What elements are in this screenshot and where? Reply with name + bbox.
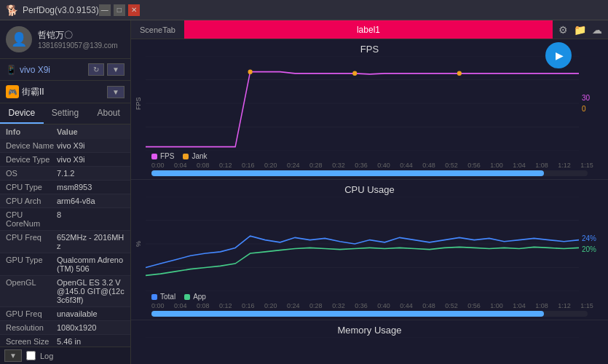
scene-tabbar: SceneTab label1 ⚙ 📁 ☁	[131, 20, 608, 39]
sidebar-tabs: Device Setting About	[0, 103, 130, 124]
app-dropdown-button[interactable]: ▼	[107, 86, 125, 98]
info-value: 652MHz - 2016MHz	[57, 233, 125, 250]
info-row: CPU Freq652MHz - 2016MHz	[0, 231, 130, 253]
user-name: 哲铠万〇	[38, 29, 118, 41]
info-key: GPU Freq	[6, 309, 57, 318]
fps-scroll-thumb	[151, 170, 544, 176]
info-row: Screen Size5.46 in	[0, 335, 130, 347]
fps-legend-jank: Jank	[183, 152, 207, 160]
avatar: 👤	[6, 26, 32, 52]
info-row: CPU Archarm64-v8a	[0, 194, 130, 208]
device-section: 📱 vivo X9i ↻ ▼	[0, 59, 130, 81]
cpu-total-label: 24%	[582, 234, 605, 242]
fps-legend: FPS Jank	[131, 151, 608, 162]
info-value: 8	[57, 210, 61, 228]
charts-area: FPS FPS	[131, 39, 608, 364]
info-row: Device Namevivo X9i	[0, 139, 130, 153]
info-table-header: Info Value	[0, 124, 130, 139]
info-value: 7.1.2	[57, 169, 74, 178]
cpu-scrollbar[interactable]	[151, 311, 588, 317]
cloud-icon[interactable]: ☁	[592, 24, 602, 36]
main-layout: 👤 哲铠万〇 13816919057@139.com 📱 vivo X9i ↻ …	[0, 20, 608, 364]
info-value: unavailable	[57, 309, 98, 318]
cpu-x-axis: 0:000:040:080:120:16 0:200:240:280:320:3…	[131, 302, 608, 311]
info-key: OS	[6, 169, 57, 178]
info-row: Resolution1080x1920	[0, 321, 130, 335]
info-row: GPU TypeQualcomm Adreno (TM) 506	[0, 253, 130, 276]
cpu-legend: Total App	[131, 291, 608, 302]
info-value: Qualcomm Adreno (TM) 506	[57, 256, 125, 273]
memory-svg-wrap	[146, 337, 579, 364]
info-key: CPU Arch	[6, 197, 57, 205]
folder-icon[interactable]: 📁	[574, 24, 586, 36]
app-icon-title: 🐕	[6, 4, 18, 16]
memory-y-label: MB	[131, 337, 146, 364]
label1-tab[interactable]: label1	[184, 20, 553, 39]
info-value: arm64-v8a	[57, 197, 95, 205]
device-dropdown-button[interactable]: ▼	[107, 63, 125, 76]
titlebar-controls: — □ ✕	[99, 4, 140, 16]
tab-setting[interactable]: Setting	[44, 103, 87, 124]
device-info-table: Info Value Device Namevivo X9iDevice Typ…	[0, 124, 130, 347]
minimize-button[interactable]: —	[99, 4, 111, 16]
play-button[interactable]	[545, 42, 572, 68]
close-button[interactable]: ✕	[128, 4, 140, 16]
cpu-svg	[146, 197, 579, 291]
log-checkbox[interactable]	[26, 351, 36, 360]
tab-about[interactable]: About	[87, 103, 130, 124]
tab-device[interactable]: Device	[0, 103, 44, 124]
svg-point-6	[352, 71, 357, 76]
svg-point-7	[457, 71, 462, 76]
memory-chart: Memory Usage MB	[131, 320, 608, 364]
info-row: Device Typevivo X9i	[0, 153, 130, 167]
fps-y-label: FPS	[131, 56, 146, 151]
fps-right-labels: 30 0	[579, 56, 608, 151]
info-value: vivo X9i	[57, 155, 85, 164]
memory-svg	[146, 337, 579, 364]
fps-scrollbar[interactable]	[151, 170, 588, 176]
info-value: 1080x1920	[57, 323, 96, 332]
info-row: CPU Typemsm8953	[0, 181, 130, 194]
fps-svg-wrap	[146, 56, 579, 151]
info-value: vivo X9i	[57, 141, 85, 150]
info-key: CPU CoreNum	[6, 210, 57, 228]
cpu-app-label: 20%	[582, 245, 605, 253]
cpu-legend-total: Total	[151, 293, 175, 301]
svg-point-5	[248, 69, 253, 74]
titlebar-title: PerfDog(v3.0.9153)	[23, 5, 99, 15]
user-email: 13816919057@139.com	[38, 41, 118, 50]
cpu-legend-app: App	[184, 293, 206, 301]
info-value: OpenGL ES 3.2 V@145.0 GIT@(12c3c6f3ff)	[57, 278, 125, 304]
info-row: GPU Frequnavailable	[0, 307, 130, 321]
fps-legend-fps: FPS	[151, 152, 174, 160]
info-key: GPU Type	[6, 256, 57, 273]
maximize-button[interactable]: □	[114, 4, 125, 16]
fps-chart-area: FPS	[131, 56, 608, 151]
info-row: CPU CoreNum8	[0, 208, 130, 231]
app-section: 🎮 街霸II ▼	[0, 81, 130, 103]
cpu-y-label: %	[131, 197, 146, 291]
info-value: msm8953	[57, 183, 92, 191]
info-key: Screen Size	[6, 337, 57, 346]
fps-chart-title: FPS	[131, 42, 608, 56]
info-row: OpenGLOpenGL ES 3.2 V@145.0 GIT@(12c3c6f…	[0, 276, 130, 307]
sidebar: 👤 哲铠万〇 13816919057@139.com 📱 vivo X9i ↻ …	[0, 20, 131, 364]
settings-icon[interactable]: ⚙	[558, 24, 568, 36]
info-key: OpenGL	[6, 278, 57, 304]
memory-chart-title: Memory Usage	[131, 323, 608, 337]
memory-right-labels	[579, 337, 608, 364]
fps-chart: FPS FPS	[131, 39, 608, 180]
fps-svg	[146, 56, 579, 151]
device-refresh-button[interactable]: ↻	[88, 63, 104, 76]
bottom-collapse-button[interactable]: ▼	[4, 349, 22, 362]
scene-tab-label: SceneTab	[131, 25, 184, 34]
bottom-bar: ▼ Log	[0, 347, 130, 364]
cpu-svg-wrap	[146, 197, 579, 291]
device-name-label: vivo X9i	[20, 65, 50, 75]
cpu-right-labels: 24% 20%	[579, 197, 608, 291]
user-section: 👤 哲铠万〇 13816919057@139.com	[0, 20, 130, 59]
fps-jank-label: 0	[582, 105, 605, 113]
app-name-label: 🎮 街霸II	[6, 85, 44, 98]
scene-icons: ⚙ 📁 ☁	[553, 24, 608, 36]
info-key: Device Name	[6, 141, 57, 150]
